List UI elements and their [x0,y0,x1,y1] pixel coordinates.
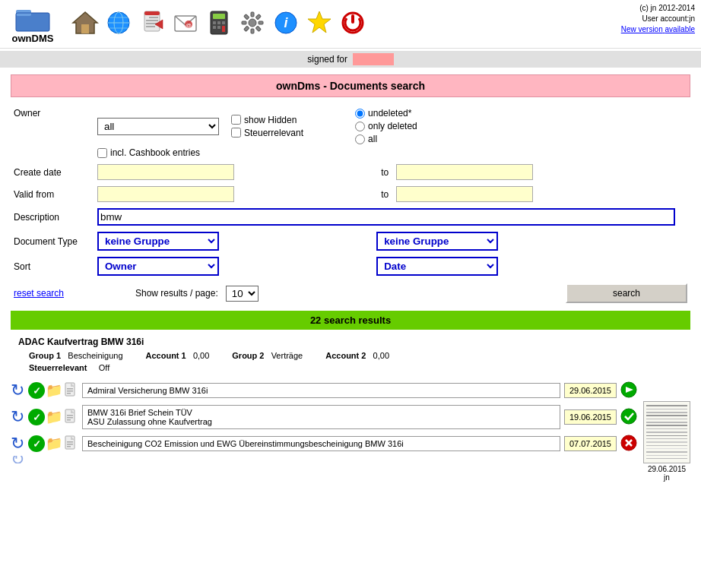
copyright-text: (c) jn 2012-2014 [621,3,695,14]
incl-cashbook-checkbox[interactable] [97,148,107,158]
incl-cashbook-checkbox-label[interactable]: incl. Cashbook entries [97,147,687,158]
svg-rect-21 [213,14,225,19]
group2-label: Group 2 [232,351,264,360]
svg-rect-32 [255,26,261,31]
email-icon[interactable]: @ [172,9,199,39]
doc-name-1[interactable]: Admiral Versicherung BMW 316i [82,383,560,398]
doc-back-arrow-4[interactable]: ↻ [11,456,24,463]
doc-name-2[interactable]: BMW 316i Brief Schein TÜV ASU Zulassung … [82,405,560,429]
svg-rect-46 [67,393,71,394]
sort-select-2[interactable]: Date [376,257,498,276]
owner-select[interactable]: all [97,118,219,135]
svg-rect-45 [67,390,73,392]
user-account: User account:jn [621,14,695,24]
gear-icon[interactable] [239,9,266,39]
doc-back-arrow-2[interactable]: ↻ [11,407,24,427]
to-label-2: to [381,189,389,200]
doc-check-icon-1[interactable]: ✓ [28,382,45,399]
document-icon[interactable] [138,9,166,39]
steuerrelevant-checkbox[interactable] [231,128,241,138]
svg-rect-27 [222,26,225,32]
group1-value: Bescheinigung [68,351,122,360]
doc-back-arrow-3[interactable]: ↻ [11,434,24,454]
doc-row-1: ↻ ✓ 📁 Admira [11,378,637,403]
doc-end-red-x-3[interactable] [620,435,637,454]
first-result-section: ADAC Kaufvertrag BMW 316i Group 1 Besche… [11,333,690,375]
to-label-1: to [381,167,389,178]
doc-type-select-1[interactable]: keine Gruppe [97,232,219,251]
doc-check-icon-2[interactable]: ✓ [28,409,45,425]
radio-all[interactable]: all [355,134,417,144]
doc-folder-icon-2[interactable]: 📁 [46,409,62,425]
valid-from-label: Valid from [11,183,94,205]
doc-file-icon-3[interactable] [63,435,80,454]
svg-rect-23 [217,21,220,24]
calculator-icon[interactable] [205,9,233,39]
results-per-page-select[interactable]: 10 25 50 [226,286,259,302]
star-icon[interactable] [306,9,333,39]
doc-back-arrow-1[interactable]: ↻ [11,381,24,400]
valid-to-input[interactable] [396,186,533,202]
description-input[interactable] [97,208,675,226]
search-title: ownDms - Documents search [11,74,690,97]
info-icon[interactable]: i [272,9,300,39]
doc-file-icon-2[interactable] [63,408,80,427]
svg-point-54 [621,409,636,424]
svg-rect-30 [255,14,261,20]
svg-rect-36 [244,14,249,20]
account1-value: 0,00 [193,351,209,360]
valid-from-input[interactable] [97,186,234,202]
sort-select-1[interactable]: Owner [97,257,219,276]
svg-rect-29 [251,12,254,17]
radio-only-deleted[interactable]: only deleted [355,121,417,131]
doc-row-3: ↻ ✓ 📁 Bescheinigung CO2 Emissi [11,432,637,456]
doc-row-4: ↻ [11,456,637,463]
svg-rect-22 [213,21,216,24]
thumbnail-user: jn [664,473,670,482]
power-icon[interactable] [339,9,366,39]
signed-bar: signed for [0,51,701,68]
radio-undeleted[interactable]: undeleted* [355,108,417,119]
doc-check-icon-3[interactable]: ✓ [28,435,45,452]
description-label: Description [11,205,94,229]
svg-rect-35 [242,21,246,24]
thumbnail-date: 29.06.2015 [648,465,686,473]
group1-label: Group 1 [29,351,61,360]
doc-name-3[interactable]: Bescheinigung CO2 Emission und EWG Übere… [82,436,560,451]
show-hidden-checkbox[interactable] [231,115,241,125]
create-date-to[interactable] [396,164,533,180]
globe-icon[interactable] [105,9,132,39]
first-result-title: ADAC Kaufvertrag BMW 316i [14,334,687,349]
doc-row-2: ↻ ✓ 📁 BMW 316i [11,403,637,432]
thumbnail-image[interactable] [643,401,690,463]
doc-folder-icon-3[interactable]: 📁 [46,435,62,452]
svg-rect-25 [213,26,216,29]
nav-icons: @ [71,9,695,39]
doc-end-green-check-2[interactable] [620,408,637,427]
svg-rect-4 [81,24,89,33]
doc-type-select-2[interactable]: keine Gruppe [376,232,498,251]
doc-folder-icon-1[interactable]: 📁 [46,382,62,399]
logo-folder-icon [14,4,51,33]
svg-rect-34 [244,26,249,31]
reset-search-link[interactable]: reset search [14,288,90,299]
show-hidden-checkbox-label[interactable]: show Hidden [231,115,303,125]
svg-text:@: @ [186,22,192,29]
svg-rect-26 [217,26,220,29]
doc-type-label: Document Type [11,229,94,254]
search-button[interactable]: search [566,283,687,303]
doc-end-green-arrow-1[interactable] [620,381,637,400]
copyright-area: (c) jn 2012-2014 User account:jn New ver… [621,3,695,35]
create-date-from[interactable] [97,164,234,180]
steuerrelevant-checkbox-label[interactable]: Steuerrelevant [231,128,303,138]
svg-point-28 [249,19,256,27]
doc-date-1: 29.06.2015 [564,383,617,398]
create-date-label: Create date [11,161,94,183]
svg-rect-15 [146,26,155,27]
svg-rect-13 [146,20,158,21]
home-icon[interactable] [71,9,99,39]
svg-rect-59 [67,446,71,447]
svg-rect-53 [67,419,71,421]
new-version-link[interactable]: New version available [621,25,695,33]
doc-file-icon-1[interactable] [63,381,80,400]
